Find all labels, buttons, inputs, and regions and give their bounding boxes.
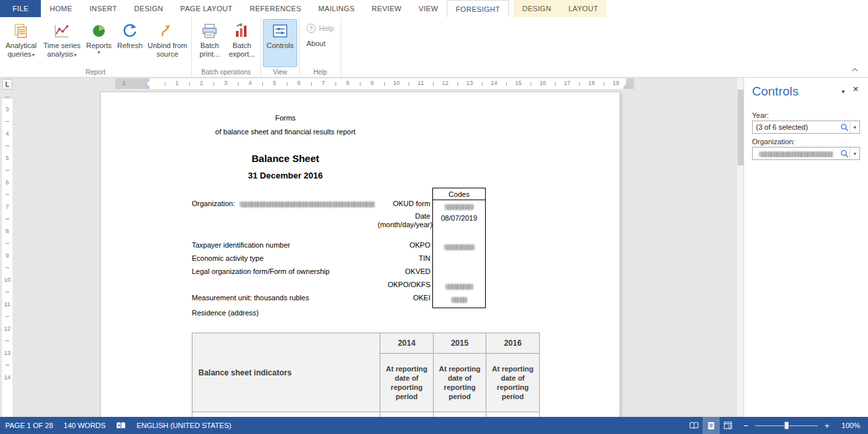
- group-label-batch-operations: Batch operations: [192, 68, 260, 76]
- controls-panel-icon: [271, 22, 289, 40]
- proofing-status[interactable]: [111, 417, 131, 434]
- refresh-button[interactable]: Refresh: [114, 19, 146, 67]
- analytical-queries-button[interactable]: Analytical queries▾: [2, 19, 40, 67]
- search-icon[interactable]: [839, 149, 850, 158]
- status-bar: PAGE 1 OF 28 140 WORDS ENGLISH (UNITED S…: [0, 417, 868, 434]
- ruler-number: 17: [555, 80, 579, 86]
- word-count[interactable]: 140 WORDS: [59, 417, 111, 434]
- tab-insert[interactable]: INSERT: [81, 0, 126, 17]
- tab-file[interactable]: FILE: [0, 0, 41, 17]
- chevron-up-icon: [852, 68, 858, 72]
- dropdown-arrow-icon: ▾: [98, 50, 100, 55]
- zoom-percentage[interactable]: 100%: [836, 417, 868, 434]
- organization-filter-input[interactable]: ▾: [752, 147, 860, 160]
- year-filter-value: (3 of 6 selected): [753, 123, 839, 131]
- button-label: Unbind from source: [146, 41, 188, 59]
- unbind-from-source-button[interactable]: Unbind from source: [146, 19, 189, 67]
- ruler-number: 9: [360, 80, 384, 86]
- controls-toggle-button[interactable]: Controls: [263, 19, 297, 67]
- collapse-ribbon-button[interactable]: [848, 65, 861, 74]
- tab-contextual-layout[interactable]: LAYOUT: [560, 0, 606, 17]
- ruler-number: 12: [433, 80, 457, 86]
- tab-page-layout[interactable]: PAGE LAYOUT: [172, 0, 241, 17]
- time-series-chart-icon: [53, 22, 71, 40]
- ruler-number: 11: [409, 80, 433, 86]
- year-filter-input[interactable]: (3 of 6 selected) ▾: [752, 121, 860, 134]
- zoom-slider[interactable]: [755, 421, 818, 430]
- scrollbar-thumb[interactable]: [738, 90, 743, 165]
- ruler-number: 14: [482, 80, 506, 86]
- subheader-cell: At reporting date of reporting period: [380, 354, 434, 412]
- zoom-out-button[interactable]: −: [742, 421, 750, 431]
- unbind-icon: [158, 22, 177, 40]
- pane-close-icon[interactable]: ×: [853, 83, 859, 94]
- okfs-code-redacted: [433, 282, 485, 290]
- activity-label: Economic activity type: [192, 254, 264, 262]
- print-layout-button[interactable]: [703, 417, 720, 434]
- batch-print-button[interactable]: Batch print...: [194, 19, 225, 67]
- page-indicator[interactable]: PAGE 1 OF 28: [0, 417, 59, 434]
- tab-review[interactable]: REVIEW: [363, 0, 410, 17]
- okud-code-redacted: [433, 202, 485, 210]
- okei-label: OKEI: [312, 294, 430, 302]
- button-label: About: [306, 40, 326, 47]
- dropdown-arrow-icon[interactable]: ▾: [850, 121, 859, 133]
- okved-label: OKVED: [312, 267, 430, 275]
- zoom-in-button[interactable]: +: [823, 421, 831, 431]
- dropdown-arrow-icon[interactable]: ▾: [850, 148, 859, 159]
- indicator-header-cell: Balance sheet indicators: [192, 333, 380, 412]
- tab-stop-selector[interactable]: L: [2, 79, 13, 90]
- doc-title: Balance Sheet: [167, 153, 404, 164]
- button-label: Time series analysis▾: [41, 41, 83, 59]
- tab-foresight-active[interactable]: FORESIGHT: [447, 0, 509, 17]
- button-label: Controls: [267, 41, 294, 50]
- doc-heading-line1: Forms: [167, 114, 404, 122]
- document-scrollbar[interactable]: [736, 78, 743, 417]
- horizontal-ruler[interactable]: 1 12345678910111213141516171819: [14, 78, 743, 90]
- ruler-corner: L: [0, 78, 14, 90]
- proofing-book-icon: [116, 421, 126, 430]
- document-page[interactable]: Forms of balance sheet and financial res…: [101, 92, 620, 417]
- pane-title: Controls: [752, 84, 799, 99]
- ruler-number: 4: [238, 80, 262, 86]
- tab-design[interactable]: DESIGN: [126, 0, 172, 17]
- vertical-ruler[interactable]: 34567891011121314: [0, 90, 14, 417]
- batch-export-button[interactable]: Batch export...: [225, 19, 258, 67]
- zoom-slider-thumb[interactable]: [784, 421, 789, 429]
- about-button[interactable]: About: [302, 36, 339, 50]
- tab-home[interactable]: HOME: [41, 0, 80, 17]
- search-icon[interactable]: [839, 123, 850, 132]
- ruler-number: 8: [335, 80, 360, 86]
- tab-mailings[interactable]: MAILINGS: [310, 0, 363, 17]
- ruler-number: 7: [2, 194, 13, 219]
- organization-label: Organization:: [192, 200, 235, 207]
- group-label-help: Help: [300, 68, 341, 76]
- button-label: Analytical queries▾: [3, 41, 40, 59]
- pane-collapse-icon[interactable]: ▾: [842, 88, 845, 95]
- reports-button[interactable]: Reports ▾: [84, 19, 114, 67]
- ruler-number: 11: [2, 292, 13, 316]
- time-series-analysis-button[interactable]: Time series analysis▾: [40, 19, 84, 67]
- web-layout-button[interactable]: [720, 417, 737, 434]
- year-header-2015: 2015: [434, 333, 486, 354]
- ruler-number: 10: [384, 80, 409, 86]
- year-header-2016: 2016: [486, 333, 540, 354]
- analytical-queries-icon: [12, 22, 30, 40]
- ruler-number: 1: [165, 80, 189, 86]
- ruler-number: 12: [2, 316, 13, 340]
- tab-references[interactable]: REFERENCES: [241, 0, 310, 17]
- tab-contextual-design[interactable]: DESIGN: [513, 0, 560, 17]
- okpo-code-redacted: [433, 242, 485, 250]
- table-row: [192, 412, 540, 418]
- help-button[interactable]: ? Help: [302, 21, 339, 35]
- tin-label: TIN: [312, 254, 430, 262]
- ruler-number: 3: [2, 97, 13, 121]
- tab-view[interactable]: VIEW: [410, 0, 446, 17]
- read-mode-button[interactable]: [685, 417, 703, 434]
- dropdown-arrow-icon: ▾: [74, 52, 76, 58]
- ruler-number: 18: [579, 80, 604, 86]
- language-indicator[interactable]: ENGLISH (UNITED STATES): [131, 417, 237, 434]
- ruler-number: 8: [2, 219, 13, 243]
- ribbon-group-view: Controls View: [261, 17, 300, 77]
- subheader-cell: At reporting date of reporting period: [434, 354, 486, 412]
